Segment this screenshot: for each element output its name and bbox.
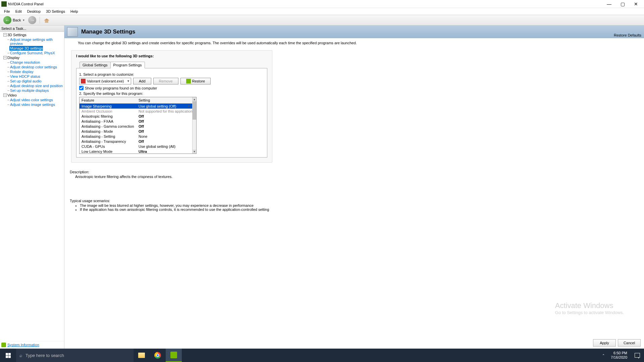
back-arrow-icon: ←	[3, 16, 11, 24]
tab-strip: Global Settings Program Settings	[79, 62, 267, 68]
scroll-down-icon[interactable]: ▼	[193, 149, 196, 154]
taskbar-nvidia-control-panel[interactable]	[166, 349, 182, 362]
back-button[interactable]: ← Back ▼	[2, 15, 26, 25]
page-title: Manage 3D Settings	[81, 28, 610, 35]
watermark-subtitle: Go to Settings to activate Windows.	[555, 310, 624, 315]
description-header: Description:	[70, 170, 639, 174]
menu-edit[interactable]: Edit	[13, 9, 24, 14]
tree-item-view-hdcp-status[interactable]: View HDCP status	[3, 74, 64, 79]
show-only-checkbox-row[interactable]: Show only programs found on this compute…	[79, 86, 264, 90]
cancel-button[interactable]: Cancel	[618, 339, 641, 347]
feature-row-low-latency-mode[interactable]: Low Latency ModeUltra	[79, 149, 192, 154]
step2-label: 2. Specify the settings for this program…	[79, 92, 264, 96]
add-button[interactable]: Add	[133, 78, 151, 84]
show-only-label: Show only programs found on this compute…	[85, 86, 157, 90]
start-button[interactable]	[0, 349, 16, 362]
feature-row-anisotropic-filtering[interactable]: Anisotropic filteringOff	[79, 114, 192, 119]
feature-row-antialiasing-setting[interactable]: Antialiasing - SettingNone	[79, 134, 192, 139]
program-select[interactable]: Valorant (valorant.exe) ▼	[79, 78, 131, 84]
tab-body: 1. Select a program to customize: Valora…	[76, 68, 267, 158]
feature-row-cuda-gpus[interactable]: CUDA - GPUsUse global setting (All)	[79, 144, 192, 149]
apply-button[interactable]: Apply	[593, 339, 616, 347]
tree-item-adjust-image-settings-with-preview[interactable]: Adjust image settings with preview	[3, 37, 64, 46]
task-header: Select a Task...	[0, 25, 64, 32]
sysinfo-link[interactable]: System Information	[7, 343, 39, 347]
collapse-icon[interactable]: −	[3, 33, 7, 37]
feature-row-ambient-occlusion: Ambient OcclusionNot supported for this …	[79, 109, 192, 114]
nvidia-icon	[186, 79, 191, 83]
search-icon: ⌕	[19, 353, 22, 358]
close-button[interactable]: ✕	[629, 0, 643, 8]
feature-row-antialiasing-gamma-correction[interactable]: Antialiasing - Gamma correctionOff	[79, 124, 192, 129]
collapse-icon[interactable]: −	[3, 56, 7, 59]
tree-group-video[interactable]: −Video	[3, 93, 64, 98]
menu-file[interactable]: File	[1, 9, 13, 14]
taskbar-chrome[interactable]	[150, 349, 166, 362]
activation-watermark: Activate Windows Go to Settings to activ…	[555, 301, 624, 315]
back-label: Back	[13, 18, 21, 22]
intro-text: You can change the global 3D settings an…	[64, 38, 644, 48]
menu-bar: File Edit Desktop 3D Settings Help	[0, 8, 644, 15]
tree-group-display[interactable]: −Display	[3, 55, 64, 60]
sysinfo-icon	[1, 343, 6, 347]
feature-row-image-sharpening[interactable]: Image SharpeningUse global setting (Off)…	[79, 104, 192, 109]
system-tray: ⌃ 6:50 PM 7/16/2020	[599, 349, 644, 362]
main-area: Select a Task... −3D SettingsAdjust imag…	[0, 25, 644, 349]
tree-item-adjust-desktop-color-settings[interactable]: Adjust desktop color settings	[3, 65, 64, 69]
tree-item-change-resolution[interactable]: Change resolution	[3, 60, 64, 65]
tree-item-adjust-video-color-settings[interactable]: Adjust video color settings	[3, 98, 64, 102]
show-only-checkbox[interactable]	[79, 86, 84, 90]
usage-list: The image will be less blurred at higher…	[70, 203, 639, 212]
task-tree: −3D SettingsAdjust image settings with p…	[0, 32, 64, 341]
description-text: Anisotropic texture filtering affects th…	[70, 175, 639, 179]
feature-column-header[interactable]: Feature	[79, 97, 137, 103]
taskbar: ⌕ Type here to search ⌃ 6:50 PM 7/16/202…	[0, 349, 644, 362]
tree-item-set-up-digital-audio[interactable]: Set up digital audio	[3, 79, 64, 83]
collapse-icon[interactable]: −	[3, 94, 7, 97]
notification-icon	[635, 353, 640, 358]
minimize-button[interactable]: —	[602, 0, 616, 8]
tray-time: 6:50 PM	[611, 351, 627, 355]
tree-item-adjust-desktop-size-and-position[interactable]: Adjust desktop size and position	[3, 83, 64, 88]
table-scrollbar[interactable]: ▲ ▼	[192, 97, 196, 154]
taskbar-search[interactable]: ⌕ Type here to search	[16, 349, 133, 362]
content-area: Manage 3D Settings Restore Defaults You …	[64, 25, 644, 349]
toolbar: ← Back ▼ →	[0, 15, 644, 25]
window-title: NVIDIA Control Panel	[8, 2, 602, 6]
feature-row-antialiasing-transparency[interactable]: Antialiasing - TransparencyOff	[79, 139, 192, 144]
forward-button[interactable]: →	[27, 15, 38, 25]
tab-global-settings[interactable]: Global Settings	[79, 62, 111, 68]
taskbar-file-explorer[interactable]	[133, 349, 150, 362]
scroll-thumb[interactable]	[193, 101, 196, 120]
tray-clock[interactable]: 6:50 PM 7/16/2020	[607, 351, 631, 360]
description-area: Description: Anisotropic texture filteri…	[64, 168, 644, 214]
feature-row-antialiasing-fxaa[interactable]: Antialiasing - FXAAOff	[79, 119, 192, 124]
setting-column-header[interactable]: Setting	[137, 97, 192, 103]
settings-panel: I would like to use the following 3D set…	[71, 50, 272, 163]
notifications-button[interactable]	[631, 349, 644, 362]
back-dropdown-icon[interactable]: ▼	[22, 19, 25, 22]
chevron-down-icon[interactable]: ▼	[187, 105, 190, 108]
menu-help[interactable]: Help	[68, 9, 81, 14]
chrome-icon	[154, 352, 161, 359]
sysinfo-bar: System Information	[0, 341, 64, 349]
tree-item-configure-surround-physx[interactable]: Configure Surround, PhysX	[3, 51, 64, 55]
restore-button[interactable]: Restore	[180, 78, 211, 84]
nvidia-icon	[170, 352, 177, 358]
feature-row-antialiasing-mode[interactable]: Antialiasing - ModeOff	[79, 129, 192, 134]
toolbar-separator	[40, 17, 40, 23]
menu-desktop[interactable]: Desktop	[24, 9, 43, 14]
tray-chevron-up-icon[interactable]: ⌃	[599, 354, 607, 357]
maximize-button[interactable]: ▢	[616, 0, 629, 8]
menu-3d-settings[interactable]: 3D Settings	[43, 9, 68, 14]
restore-defaults-link[interactable]: Restore Defaults	[614, 33, 641, 38]
usage-item: The image will be less blurred at higher…	[80, 203, 639, 207]
tab-program-settings[interactable]: Program Settings	[110, 62, 145, 68]
tree-item-manage-3d-settings[interactable]: Manage 3D settings	[9, 46, 43, 51]
tree-group-3d-settings[interactable]: −3D Settings	[3, 33, 64, 37]
tree-item-adjust-video-image-settings[interactable]: Adjust video image settings	[3, 102, 64, 107]
tree-item-rotate-display[interactable]: Rotate display	[3, 69, 64, 74]
home-button[interactable]	[42, 16, 51, 24]
tree-item-set-up-multiple-displays[interactable]: Set up multiple displays	[3, 88, 64, 93]
scroll-up-icon[interactable]: ▲	[193, 97, 196, 101]
